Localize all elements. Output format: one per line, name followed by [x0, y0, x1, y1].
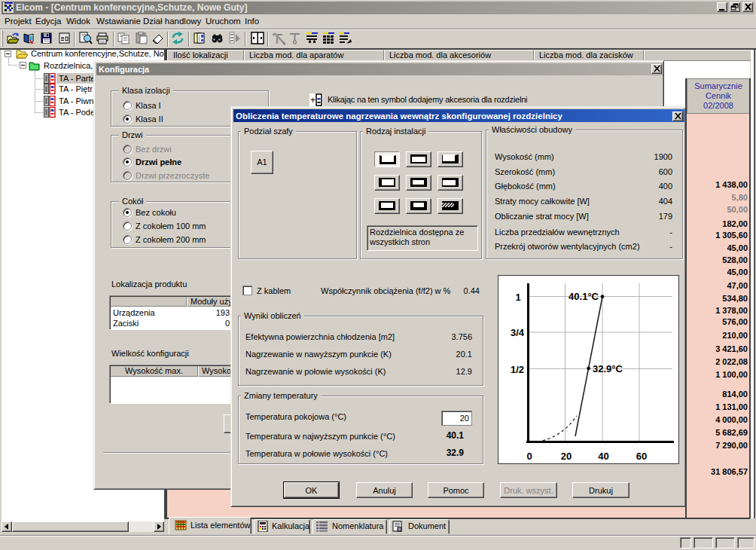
svg-text:+: +	[310, 95, 316, 105]
svg-text:60: 60	[636, 451, 647, 462]
svg-text:40.1°C: 40.1°C	[569, 291, 599, 302]
svg-text:40: 40	[598, 451, 608, 462]
svg-text:20: 20	[561, 451, 572, 462]
svg-text:32.9°C: 32.9°C	[593, 363, 623, 374]
svg-text:1/2: 1/2	[511, 364, 524, 375]
svg-text:3/4: 3/4	[511, 327, 525, 338]
svg-text:0: 0	[526, 451, 532, 462]
svg-text:1: 1	[515, 292, 520, 303]
